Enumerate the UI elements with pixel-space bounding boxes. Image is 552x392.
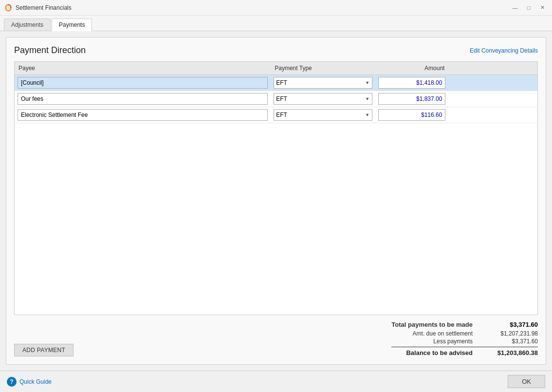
row-extra-col-1	[448, 107, 490, 123]
payment-type-select[interactable]: EFTChequeBPAYCash	[274, 93, 372, 105]
payment-type-select-wrapper: EFTChequeBPAYCash	[274, 77, 372, 89]
amt-due-value: $1,207,231.98	[484, 330, 538, 337]
amt-due-label: Amt. due on settlement	[413, 330, 473, 337]
payee-input[interactable]	[18, 93, 268, 105]
main-content: Payment Direction Edit Conveyancing Deta…	[0, 31, 552, 371]
less-payments-value: $3,371.60	[484, 338, 538, 345]
amt-due-row: Amt. due on settlement $1,207,231.98	[391, 330, 538, 337]
table-row: EFTChequeBPAYCash	[15, 91, 537, 107]
total-payments-row: Total payments to be made $3,371.60	[391, 321, 538, 328]
payment-panel: Payment Direction Edit Conveyancing Deta…	[6, 37, 546, 365]
bottom-section: ADD PAYMENT Total payments to be made $3…	[14, 321, 538, 356]
extra-col-2	[490, 62, 537, 75]
total-payments-value: $3,371.60	[484, 321, 538, 328]
extra-col-1	[448, 62, 490, 75]
add-payment-button[interactable]: ADD PAYMENT	[14, 344, 74, 356]
tab-payments[interactable]: Payments	[52, 19, 92, 31]
panel-header: Payment Direction Edit Conveyancing Deta…	[14, 45, 538, 56]
title-bar: Settlement Financials — □ ✕	[0, 0, 552, 16]
amount-column-header: Amount	[375, 62, 448, 75]
row-extra-col-2	[490, 91, 537, 107]
payment-type-select-wrapper: EFTChequeBPAYCash	[274, 93, 372, 105]
table-header-row: Payee Payment Type Amount	[15, 62, 537, 75]
minimize-button[interactable]: —	[509, 2, 521, 13]
less-payments-label: Less payments	[433, 338, 473, 345]
balance-row: Balance to be advised $1,203,860.38	[391, 349, 538, 356]
total-payments-label: Total payments to be made	[391, 321, 473, 328]
totals-section: Total payments to be made $3,371.60 Amt.…	[391, 321, 538, 356]
payee-input[interactable]	[18, 109, 268, 121]
row-extra-col-2	[490, 75, 537, 91]
balance-value: $1,203,860.38	[484, 349, 538, 356]
tab-adjustments[interactable]: Adjustments	[4, 19, 51, 31]
quick-guide-link[interactable]: ? Quick Guide	[7, 377, 52, 387]
row-extra-col-2	[490, 107, 537, 123]
app-logo-icon	[4, 3, 13, 12]
divider	[391, 347, 538, 347]
window-controls: — □ ✕	[509, 2, 548, 13]
row-extra-col-1	[448, 75, 490, 91]
ok-button[interactable]: OK	[508, 375, 545, 388]
payment-type-select[interactable]: EFTChequeBPAYCash	[274, 77, 372, 89]
edit-conveyancing-link[interactable]: Edit Conveyancing Details	[470, 47, 538, 54]
table-row: EFTChequeBPAYCash	[15, 107, 537, 123]
amount-input[interactable]	[378, 77, 445, 89]
payment-type-column-header: Payment Type	[271, 62, 375, 75]
payment-type-select-wrapper: EFTChequeBPAYCash	[274, 109, 372, 121]
quick-guide-label: Quick Guide	[19, 378, 52, 385]
less-payments-row: Less payments $3,371.60	[391, 338, 538, 345]
quick-guide-icon: ?	[7, 377, 17, 387]
payments-table: Payee Payment Type Amount EFTChequeBPAYC…	[15, 62, 537, 123]
close-button[interactable]: ✕	[536, 2, 548, 13]
panel-title: Payment Direction	[14, 45, 86, 56]
amount-input[interactable]	[378, 109, 445, 121]
tab-bar: Adjustments Payments	[0, 16, 552, 31]
payee-column-header: Payee	[15, 62, 271, 75]
footer: ? Quick Guide OK	[0, 371, 552, 392]
amount-input[interactable]	[378, 93, 445, 105]
window-title: Settlement Financials	[16, 4, 506, 11]
table-row: EFTChequeBPAYCash	[15, 75, 537, 91]
balance-label: Balance to be advised	[406, 349, 473, 356]
payee-input[interactable]	[18, 77, 268, 89]
maximize-button[interactable]: □	[523, 2, 534, 13]
row-extra-col-1	[448, 91, 490, 107]
payments-table-wrapper: Payee Payment Type Amount EFTChequeBPAYC…	[14, 61, 538, 315]
payment-type-select[interactable]: EFTChequeBPAYCash	[274, 109, 372, 121]
